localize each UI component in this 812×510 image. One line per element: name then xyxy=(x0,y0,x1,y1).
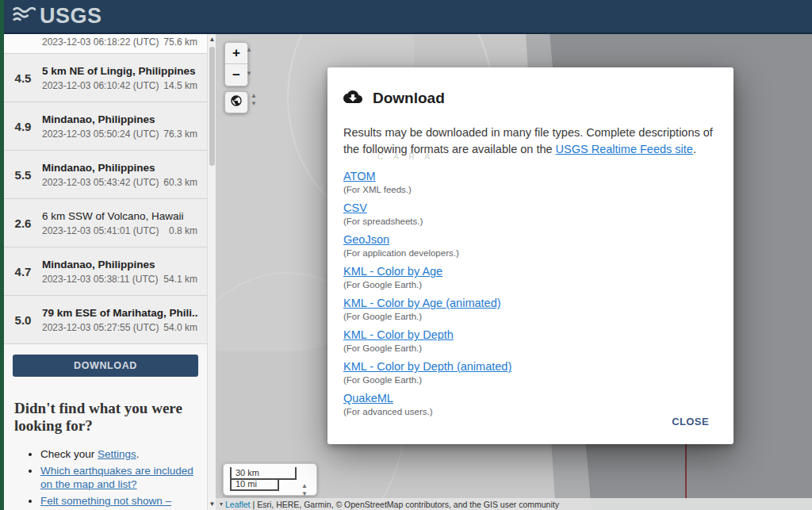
globe-icon xyxy=(230,94,243,110)
usgs-logo-text: USGS xyxy=(40,4,102,29)
earthquake-depth: 76.3 km xyxy=(163,128,197,140)
scroll-up-arrow-icon[interactable]: ▲ xyxy=(208,36,216,44)
earthquake-title: Mindanao, Philippines xyxy=(42,113,197,125)
earthquake-info: Mindanao, Philippines 2023-12-03 05:43:4… xyxy=(42,162,207,188)
download-format-link[interactable]: KML - Color by Depth xyxy=(343,328,454,341)
earthquake-time: 2023-12-03 05:27:55 (UTC) xyxy=(42,322,159,333)
earthquake-list-item[interactable]: 5.5 Mindanao, Philippines 2023-12-03 05:… xyxy=(4,151,207,199)
download-format-desc: (For Google Earth.) xyxy=(343,375,718,385)
list-item: Check your Settings. xyxy=(40,447,197,462)
magnitude: 4.5 xyxy=(4,71,42,85)
download-format-desc: (For Google Earth.) xyxy=(343,312,718,321)
scroll-down-arrow-icon[interactable]: ▼ xyxy=(208,500,216,508)
earthquake-time: 2023-12-03 05:38:11 (UTC) xyxy=(42,274,159,285)
spinner-up-icon: ▲ xyxy=(246,47,252,53)
which-earthquakes-link[interactable]: Which earthquakes are included on the ma… xyxy=(40,465,193,491)
download-format-link[interactable]: KML - Color by Age xyxy=(343,265,442,278)
spinner-down-icon: ▼ xyxy=(251,101,257,107)
earthquake-time: 2023-12-03 05:43:42 (UTC) xyxy=(42,177,159,188)
usgs-realtime-feeds-link[interactable]: USGS Realtime Feeds site xyxy=(556,143,693,155)
earthquake-time: 2023-12-03 05:41:01 (UTC) xyxy=(42,225,159,236)
download-format-item: KML - Color by Depth (animated) (For Goo… xyxy=(343,359,718,385)
zoom-out-button[interactable]: − xyxy=(225,64,247,86)
download-format-desc: (For Google Earth.) xyxy=(343,343,718,353)
download-format-item: KML - Color by Age (For Google Earth.) xyxy=(343,264,718,290)
attribution-text: Esri, HERE, Garmin, © OpenStreetMap cont… xyxy=(257,500,559,509)
earthquake-list-item[interactable]: 5.0 79 km ESE of Marihatag, Phili... 202… xyxy=(4,296,207,344)
dialog-intro-text: . xyxy=(693,143,696,155)
earthquake-depth: 75.6 km xyxy=(163,36,197,48)
download-format-desc: (For XML feeds.) xyxy=(343,185,718,194)
earthquake-time: 2023-12-03 06:18:22 (UTC) xyxy=(42,36,159,48)
earthquake-list-item[interactable]: 2.6 6 km SSW of Volcano, Hawaii 2023-12-… xyxy=(4,199,207,247)
earthquake-info: Mindanao, Philippines 2023-12-03 05:38:1… xyxy=(42,259,207,285)
earthquake-depth: 0.8 km xyxy=(169,225,197,236)
dialog-title: Download xyxy=(373,90,445,107)
earthquake-title: Mindanao, Philippines xyxy=(42,259,197,270)
download-format-link[interactable]: QuakeML xyxy=(343,392,393,405)
download-format-item: ATOM (For XML feeds.) xyxy=(343,169,718,194)
dialog-header: Download xyxy=(343,87,718,109)
download-format-item: GeoJson (For application developers.) xyxy=(343,232,718,258)
earthquake-depth: 14.5 km xyxy=(163,80,197,91)
download-format-item: KML - Color by Depth (For Google Earth.) xyxy=(343,328,718,353)
earthquake-time: 2023-12-03 06:10:42 (UTC) xyxy=(42,80,159,91)
magnitude: 2.6 xyxy=(4,217,42,230)
sidebar-scrollbar[interactable]: ▲ ▼ xyxy=(207,34,216,510)
zoom-in-button[interactable]: + xyxy=(225,43,247,64)
globe-reset-button[interactable] xyxy=(224,91,248,113)
download-format-desc: (For advanced users.) xyxy=(343,407,718,416)
download-format-link[interactable]: ATOM xyxy=(343,170,376,182)
download-button[interactable]: DOWNLOAD xyxy=(13,355,198,377)
scale-mi: 10 mi xyxy=(230,478,279,491)
cloud-download-icon xyxy=(343,87,362,109)
download-format-desc: (For application developers.) xyxy=(343,248,718,258)
download-dialog: C A R A Download Results may be download… xyxy=(327,67,733,444)
download-format-desc: (For Google Earth.) xyxy=(343,280,718,290)
list-item: Felt something not shown – report it her… xyxy=(40,494,197,510)
attribution-collapse-icon[interactable]: ▾ xyxy=(220,500,223,508)
spinner-down-icon: ▼ xyxy=(301,491,308,497)
app-header: USGS xyxy=(2,0,812,34)
spinner-up-icon: ▲ xyxy=(301,483,308,489)
list-item-text: . xyxy=(136,448,140,460)
earthquake-list-item[interactable]: 4.5 5 km NE of Lingig, Philippines 2023-… xyxy=(4,54,207,102)
earthquake-depth: 54.1 km xyxy=(163,274,197,285)
download-format-link[interactable]: GeoJson xyxy=(343,233,389,246)
map-region-label-bleedthrough: C A R A xyxy=(377,151,434,161)
download-format-link[interactable]: KML - Color by Depth (animated) xyxy=(343,360,511,373)
map-attribution: ▾ Leaflet | Esri, HERE, Garmin, © OpenSt… xyxy=(216,498,812,510)
download-format-item: CSV (For spreadsheets.) xyxy=(343,201,718,226)
earthquake-list-item[interactable]: 4.9 Mindanao, Philippines 2023-12-03 05:… xyxy=(4,102,207,151)
download-format-link[interactable]: CSV xyxy=(343,201,367,214)
earthquake-title: 5 km NE of Lingig, Philippines xyxy=(42,65,197,77)
download-format-list: ATOM (For XML feeds.) CSV (For spreadshe… xyxy=(343,169,718,416)
earthquake-time: 2023-12-03 05:50:24 (UTC) xyxy=(42,128,159,140)
earthquake-list-item-partial[interactable]: 2023-12-03 06:18:22 (UTC) 75.6 km xyxy=(4,34,207,54)
leaflet-link[interactable]: Leaflet xyxy=(225,500,251,509)
earthquake-title: 6 km SSW of Volcano, Hawaii xyxy=(42,210,197,222)
earthquake-info: 6 km SSW of Volcano, Hawaii 2023-12-03 0… xyxy=(42,210,207,236)
usgs-logo[interactable]: USGS xyxy=(12,3,102,30)
close-button[interactable]: CLOSE xyxy=(672,416,709,428)
settings-link[interactable]: Settings xyxy=(98,448,136,460)
magnitude: 5.5 xyxy=(4,168,42,182)
download-format-item: KML - Color by Age (animated) (For Googl… xyxy=(343,296,718,321)
magnitude: 4.7 xyxy=(4,265,42,278)
attribution-separator: | xyxy=(253,500,255,509)
list-item-text: Check your xyxy=(40,448,98,460)
earthquake-info: 79 km ESE of Marihatag, Phili... 2023-12… xyxy=(42,307,207,333)
download-format-link[interactable]: KML - Color by Age (animated) xyxy=(343,297,501,309)
earthquake-list-item[interactable]: 4.7 Mindanao, Philippines 2023-12-03 05:… xyxy=(4,247,207,296)
usgs-earthquakes-app: USGS 2023-12-03 06:18:22 (UTC) 75.6 km 4… xyxy=(0,0,812,510)
magnitude: 5.0 xyxy=(4,313,42,327)
report-felt-link[interactable]: Felt something not shown – report it her… xyxy=(40,495,171,510)
download-format-item: QuakeML (For advanced users.) xyxy=(343,391,718,416)
earthquake-list-panel: 2023-12-03 06:18:22 (UTC) 75.6 km 4.5 5 … xyxy=(4,34,207,510)
download-format-desc: (For spreadsheets.) xyxy=(343,217,718,226)
earthquake-info: Mindanao, Philippines 2023-12-03 05:50:2… xyxy=(42,113,207,140)
earthquake-info: 5 km NE of Lingig, Philippines 2023-12-0… xyxy=(42,65,207,91)
scrollbar-thumb[interactable] xyxy=(209,47,215,166)
magnitude: 4.9 xyxy=(4,120,42,133)
earthquake-depth: 60.3 km xyxy=(163,177,197,188)
